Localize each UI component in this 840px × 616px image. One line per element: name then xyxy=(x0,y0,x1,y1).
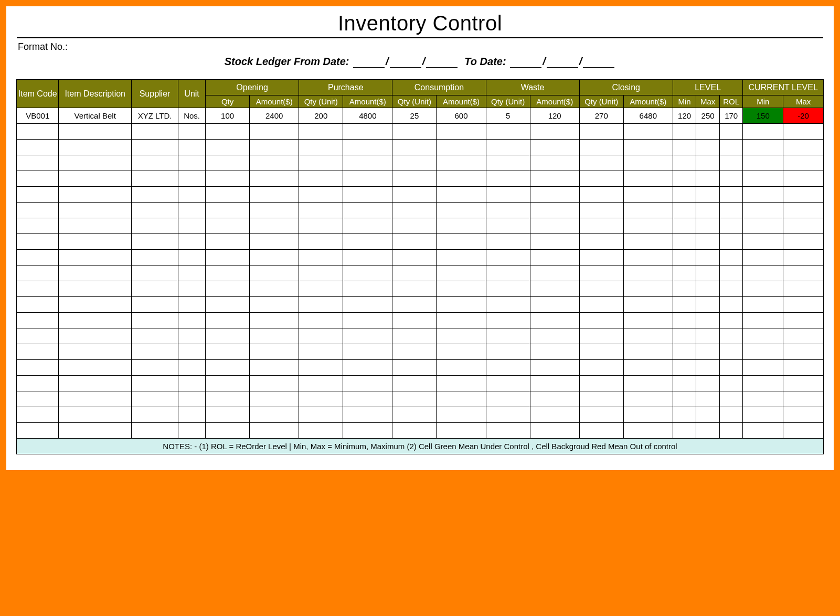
cell-level_rol[interactable] xyxy=(719,218,743,234)
cell-waste_qty[interactable] xyxy=(486,250,530,265)
cell-opening_amt[interactable] xyxy=(250,360,299,376)
cell-consumption_amt[interactable] xyxy=(437,171,486,187)
cell-closing_amt[interactable] xyxy=(623,203,673,218)
cell-current_min[interactable] xyxy=(743,313,783,328)
cell-item_code[interactable] xyxy=(17,171,59,187)
cell-current_min[interactable] xyxy=(743,391,783,407)
cell-level_max[interactable] xyxy=(696,187,720,203)
cell-level_max[interactable] xyxy=(696,328,720,344)
cell-unit[interactable] xyxy=(178,313,206,328)
cell-purchase_qty[interactable] xyxy=(299,265,343,281)
cell-unit[interactable] xyxy=(178,140,206,155)
cell-closing_qty[interactable] xyxy=(579,344,623,360)
cell-consumption_amt[interactable] xyxy=(437,360,486,376)
cell-item_desc[interactable] xyxy=(59,376,132,391)
cell-waste_amt[interactable] xyxy=(530,203,579,218)
cell-waste_amt[interactable] xyxy=(530,171,579,187)
cell-closing_amt[interactable] xyxy=(623,297,673,313)
cell-item_code[interactable] xyxy=(17,203,59,218)
cell-item_code[interactable] xyxy=(17,281,59,297)
cell-level_max[interactable] xyxy=(696,234,720,250)
cell-opening_qty[interactable] xyxy=(206,344,250,360)
cell-waste_amt[interactable]: 120 xyxy=(530,108,579,124)
cell-purchase_amt[interactable] xyxy=(343,234,392,250)
cell-opening_amt[interactable] xyxy=(250,328,299,344)
cell-level_rol[interactable] xyxy=(719,281,743,297)
cell-unit[interactable] xyxy=(178,360,206,376)
cell-item_desc[interactable] xyxy=(59,203,132,218)
cell-purchase_qty[interactable] xyxy=(299,171,343,187)
cell-level_rol[interactable]: 170 xyxy=(719,108,743,124)
cell-level_rol[interactable] xyxy=(719,234,743,250)
cell-closing_qty[interactable] xyxy=(579,140,623,155)
cell-current_max[interactable] xyxy=(783,407,824,423)
cell-opening_qty[interactable] xyxy=(206,187,250,203)
cell-current_max[interactable] xyxy=(783,203,824,218)
to-date-year[interactable] xyxy=(583,58,614,68)
cell-opening_amt[interactable] xyxy=(250,187,299,203)
cell-level_max[interactable] xyxy=(696,140,720,155)
cell-item_desc[interactable] xyxy=(59,344,132,360)
cell-closing_qty[interactable] xyxy=(579,313,623,328)
cell-level_rol[interactable] xyxy=(719,376,743,391)
cell-waste_amt[interactable] xyxy=(530,250,579,265)
cell-current_min[interactable] xyxy=(743,407,783,423)
cell-item_code[interactable] xyxy=(17,124,59,140)
cell-current_max[interactable] xyxy=(783,234,824,250)
cell-consumption_qty[interactable] xyxy=(392,155,437,171)
cell-waste_amt[interactable] xyxy=(530,407,579,423)
cell-purchase_amt[interactable] xyxy=(343,423,392,439)
cell-purchase_amt[interactable] xyxy=(343,281,392,297)
cell-supplier[interactable] xyxy=(132,171,178,187)
cell-item_code[interactable] xyxy=(17,344,59,360)
cell-closing_amt[interactable] xyxy=(623,407,673,423)
cell-consumption_qty[interactable] xyxy=(392,281,437,297)
cell-purchase_amt[interactable]: 4800 xyxy=(343,108,392,124)
cell-waste_amt[interactable] xyxy=(530,360,579,376)
cell-level_max[interactable] xyxy=(696,281,720,297)
cell-current_min[interactable] xyxy=(743,234,783,250)
cell-consumption_amt[interactable] xyxy=(437,234,486,250)
to-date-month[interactable] xyxy=(547,58,578,68)
cell-consumption_amt[interactable] xyxy=(437,376,486,391)
cell-closing_qty[interactable] xyxy=(579,297,623,313)
cell-level_max[interactable] xyxy=(696,407,720,423)
cell-purchase_qty[interactable] xyxy=(299,376,343,391)
cell-opening_amt[interactable] xyxy=(250,391,299,407)
cell-opening_amt[interactable] xyxy=(250,423,299,439)
cell-level_max[interactable] xyxy=(696,171,720,187)
cell-consumption_amt[interactable] xyxy=(437,297,486,313)
cell-supplier[interactable]: XYZ LTD. xyxy=(132,108,178,124)
cell-level_rol[interactable] xyxy=(719,328,743,344)
cell-purchase_amt[interactable] xyxy=(343,391,392,407)
cell-unit[interactable] xyxy=(178,234,206,250)
cell-purchase_amt[interactable] xyxy=(343,140,392,155)
cell-opening_qty[interactable]: 100 xyxy=(206,108,250,124)
cell-level_rol[interactable] xyxy=(719,391,743,407)
cell-level_max[interactable] xyxy=(696,155,720,171)
cell-current_min[interactable] xyxy=(743,218,783,234)
cell-item_code[interactable] xyxy=(17,155,59,171)
cell-level_rol[interactable] xyxy=(719,407,743,423)
cell-opening_qty[interactable] xyxy=(206,265,250,281)
cell-opening_amt[interactable] xyxy=(250,281,299,297)
cell-purchase_qty[interactable] xyxy=(299,360,343,376)
cell-closing_qty[interactable] xyxy=(579,265,623,281)
cell-waste_qty[interactable] xyxy=(486,407,530,423)
cell-level_min[interactable] xyxy=(673,203,696,218)
cell-level_min[interactable] xyxy=(673,344,696,360)
cell-closing_amt[interactable] xyxy=(623,360,673,376)
cell-purchase_amt[interactable] xyxy=(343,360,392,376)
cell-supplier[interactable] xyxy=(132,407,178,423)
cell-closing_amt[interactable] xyxy=(623,140,673,155)
cell-current_max[interactable] xyxy=(783,140,824,155)
cell-item_code[interactable]: VB001 xyxy=(17,108,59,124)
cell-waste_qty[interactable] xyxy=(486,423,530,439)
cell-level_max[interactable] xyxy=(696,250,720,265)
cell-waste_qty[interactable] xyxy=(486,155,530,171)
cell-current_max[interactable] xyxy=(783,391,824,407)
cell-purchase_qty[interactable] xyxy=(299,281,343,297)
cell-waste_qty[interactable] xyxy=(486,234,530,250)
cell-item_desc[interactable] xyxy=(59,407,132,423)
cell-purchase_qty[interactable] xyxy=(299,423,343,439)
